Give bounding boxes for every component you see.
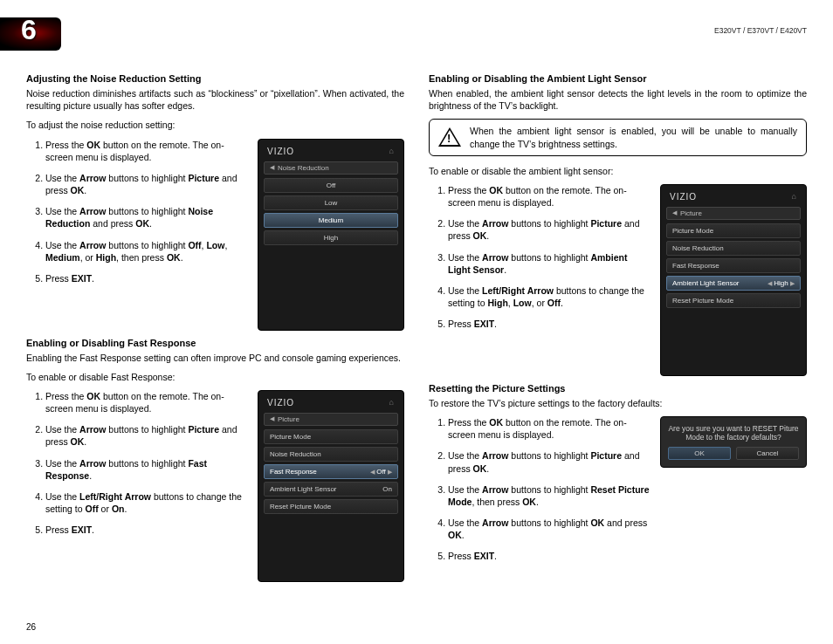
tv-screenshot-noise-reduction: VIZIO⌂ ◀Noise Reduction OffLowMediumHigh [258,139,404,331]
tv-menu-row: Ambient Light SensorOn [264,482,398,497]
tv-menu-row: Ambient Light Sensor◀ High ▶ [666,276,801,291]
als-steps: Press the OK button on the remote. The o… [429,184,650,339]
als-step-4: Use the Left/Right Arrow buttons to chan… [448,284,650,309]
fr-title: Enabling or Disabling Fast Response [26,338,404,348]
rst-steps: Press the OK button on the remote. The o… [429,416,650,572]
tv-screenshot-reset-dialog: Are you sure you want to RESET Piture Mo… [660,416,807,468]
tv-menu-row: Picture Mode [264,429,398,444]
model-line: E320VT / E370VT / E420VT [714,26,807,35]
tv-menu-option: Medium [264,213,398,228]
tv-menu-option: Low [264,195,398,210]
warning-text: When the ambient light sensor is enabled… [470,125,797,149]
als-step-3: Use the Arrow buttons to highlight Ambie… [448,251,650,276]
warning-box: ! When the ambient light sensor is enabl… [429,119,807,155]
nr-step-4: Use the Arrow buttons to highlight Off, … [45,239,247,264]
back-arrow-icon: ◀ [270,164,274,171]
tv-breadcrumb: ◀Noise Reduction [264,161,398,175]
als-lead: To enable or disable the ambient light s… [429,165,807,177]
fr-step-4: Use the Left/Right Arrow buttons to chan… [45,490,247,515]
left-column: Adjusting the Noise Reduction Setting No… [26,66,404,582]
als-step-5: Press EXIT. [448,318,650,330]
home-icon: ⌂ [389,147,395,155]
rst-step-2: Use the Arrow buttons to highlight Pictu… [448,449,650,474]
rst-step-3: Use the Arrow buttons to highlight Reset… [448,483,650,508]
fr-steps: Press the OK button on the remote. The o… [26,390,247,545]
tv-screenshot-ambient-light: VIZIO⌂ ◀Picture Picture ModeNoise Reduct… [660,184,807,376]
nr-step-2: Use the Arrow buttons to highlight Pictu… [45,172,247,196]
nr-steps: Press the OK button on the remote. The o… [26,139,247,294]
nr-title: Adjusting the Noise Reduction Setting [26,73,404,84]
tv-menu-row: Fast Response◀ Off ▶ [264,464,398,479]
right-column: Enabling or Disabling the Ambient Light … [429,66,807,582]
tv-screenshot-fast-response: VIZIO⌂ ◀Picture Picture ModeNoise Reduct… [258,390,404,582]
nr-step-3: Use the Arrow buttons to highlight Noise… [45,205,247,230]
tv-menu-row: Fast Response [666,258,801,273]
rst-title: Resetting the Picture Settings [429,383,807,394]
fr-step-1: Press the OK button on the remote. The o… [45,390,247,414]
als-step-1: Press the OK button on the remote. The o… [448,184,650,209]
back-arrow-icon: ◀ [270,415,274,422]
chapter-number: 6 [21,14,37,46]
tv-menu-row: Picture Mode [666,223,801,238]
back-arrow-icon: ◀ [672,209,677,216]
warning-icon: ! [438,127,461,148]
fr-intro: Enabling the Fast Response setting can o… [26,352,404,364]
fr-lead: To enable or disable Fast Response: [26,371,404,383]
nr-lead: To adjust the noise reduction setting: [26,119,404,131]
rst-step-4: Use the Arrow buttons to highlight OK an… [448,517,650,541]
dialog-ok-button: OK [668,447,731,460]
tv-menu-row: Noise Reduction [666,241,801,256]
tv-menu-row: Reset Picture Mode [264,499,398,514]
als-intro: When enabled, the ambient light sensor d… [429,87,807,112]
tv-menu-option: High [264,230,398,245]
tv-menu-row: Reset Picture Mode [666,293,801,308]
rst-step-5: Press EXIT. [448,550,650,562]
rst-step-1: Press the OK button on the remote. The o… [448,416,650,441]
fr-step-2: Use the Arrow buttons to highlight Pictu… [45,423,247,448]
nr-step-5: Press EXIT. [45,272,247,284]
als-title: Enabling or Disabling the Ambient Light … [429,73,807,84]
nr-intro: Noise reduction diminishes artifacts suc… [26,87,404,112]
page-number: 26 [26,622,36,632]
fr-step-5: Press EXIT. [45,524,247,536]
dialog-message: Are you sure you want to RESET Piture Mo… [668,424,799,442]
fr-step-3: Use the Arrow buttons to highlight Fast … [45,457,247,482]
als-step-2: Use the Arrow buttons to highlight Pictu… [448,217,650,242]
home-icon: ⌂ [792,192,797,201]
page-header: 6 E320VT / E370VT / E420VT [26,17,807,54]
nr-step-1: Press the OK button on the remote. The o… [45,139,247,163]
dialog-cancel-button: Cancel [736,447,799,460]
home-icon: ⌂ [389,398,395,407]
tv-brand: VIZIO [267,147,294,156]
tv-menu-option: Off [264,178,398,193]
tv-menu-row: Noise Reduction [264,447,398,462]
rst-lead: To restore the TV’s picture settings to … [429,397,807,409]
